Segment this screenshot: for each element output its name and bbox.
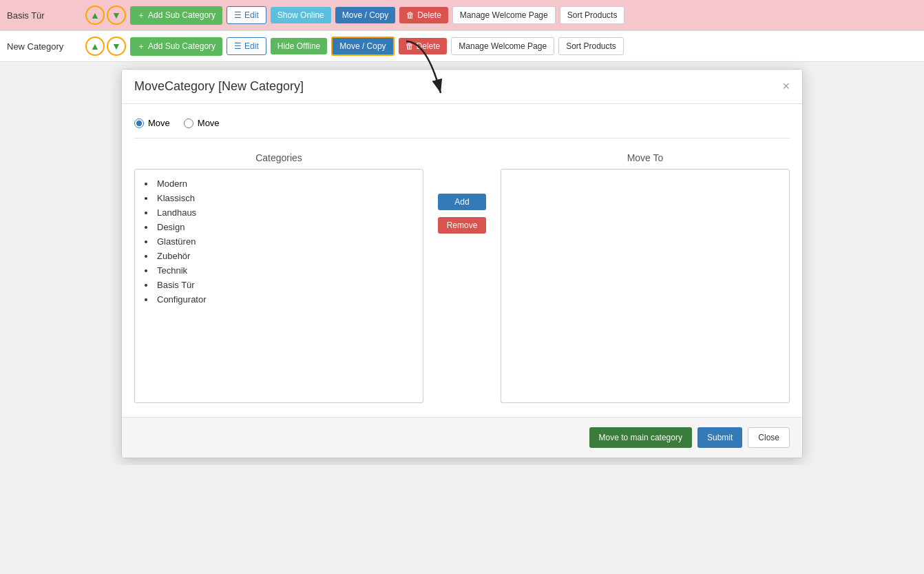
radio-group: Move Move	[134, 118, 790, 139]
modal-title: MoveCategory [New Category]	[134, 79, 304, 94]
categories-header: Categories	[134, 152, 423, 163]
edit-icon: ☰	[234, 10, 242, 20]
row1-delete-button[interactable]: 🗑 Delete	[399, 7, 448, 23]
row1-add-sub-button[interactable]: ＋ Add Sub Category	[130, 6, 222, 25]
trash-icon: 🗑	[406, 10, 414, 20]
list-item[interactable]: Technik	[145, 263, 413, 278]
up-icon: ▲	[90, 10, 100, 21]
row2-move-copy-button[interactable]: Move / Copy	[331, 37, 394, 56]
modal-header: MoveCategory [New Category] ×	[122, 70, 802, 104]
row2-edit-button[interactable]: ☰ Edit	[227, 37, 266, 55]
list-item[interactable]: Modern	[145, 176, 413, 191]
list-item[interactable]: Design	[145, 220, 413, 234]
list-item[interactable]: Klassisch	[145, 191, 413, 205]
radio-move-input[interactable]	[134, 119, 144, 128]
plus-icon: ＋	[137, 41, 145, 52]
list-item[interactable]: Basis Tür	[145, 278, 413, 292]
row2-toolbar: New Category ▲ ▼ ＋ Add Sub Category ☰ Ed…	[0, 31, 924, 62]
plus-icon: ＋	[137, 10, 145, 21]
remove-button[interactable]: Remove	[438, 217, 486, 234]
categories-list[interactable]: ModernKlassischLandhausDesignGlastürenZu…	[134, 169, 423, 403]
move-main-category-button[interactable]: Move to main category	[589, 427, 692, 448]
move-to-header: Move To	[501, 152, 790, 163]
row1-edit-button[interactable]: ☰ Edit	[227, 6, 266, 24]
row2-arrows: ▲ ▼	[85, 37, 126, 56]
move-to-column: Move To	[501, 152, 790, 403]
list-item[interactable]: Landhaus	[145, 205, 413, 220]
row2-delete-button[interactable]: 🗑 Delete	[399, 38, 448, 54]
row1-move-copy-button[interactable]: Move / Copy	[335, 7, 395, 23]
row2-add-sub-button[interactable]: ＋ Add Sub Category	[130, 37, 222, 56]
list-item[interactable]: Glastüren	[145, 234, 413, 249]
move-to-box[interactable]	[501, 169, 790, 403]
radio-copy-option[interactable]: Move	[184, 118, 220, 128]
submit-button[interactable]: Submit	[697, 427, 742, 448]
move-category-modal: MoveCategory [New Category] × Move Move …	[121, 69, 803, 458]
categories-column: Categories ModernKlassischLandhausDesign…	[134, 152, 423, 403]
row1-arrows: ▲ ▼	[85, 6, 126, 25]
row1-show-online-button[interactable]: Show Online	[271, 7, 331, 23]
trash-icon: 🗑	[406, 41, 414, 51]
row1-toolbar: Basis Tür ▲ ▼ ＋ Add Sub Category ☰ Edit …	[0, 0, 924, 31]
down-icon: ▼	[112, 41, 121, 52]
modal-footer: Move to main category Submit Close	[122, 417, 802, 458]
row2-label: New Category	[7, 41, 76, 52]
actions-column: Add Remove	[434, 152, 490, 234]
radio-move-label: Move	[148, 118, 170, 128]
list-item[interactable]: Zubehör	[145, 249, 413, 263]
row2-hide-offline-button[interactable]: Hide Offline	[271, 38, 327, 54]
radio-move-option[interactable]: Move	[134, 118, 170, 128]
radio-copy-label: Move	[198, 118, 220, 128]
close-button[interactable]: Close	[748, 427, 790, 448]
up-icon: ▲	[90, 41, 100, 52]
modal-close-button[interactable]: ×	[782, 79, 790, 94]
row2-sort-products-button[interactable]: Sort Products	[558, 37, 624, 55]
edit-icon: ☰	[234, 41, 242, 51]
row1-label: Basis Tür	[7, 10, 76, 21]
modal-body: Move Move Categories ModernKlassischLand…	[122, 104, 802, 417]
row1-up-arrow[interactable]: ▲	[85, 6, 105, 25]
radio-copy-input[interactable]	[184, 119, 193, 128]
row1-sort-products-button[interactable]: Sort Products	[560, 6, 625, 24]
row2-down-arrow[interactable]: ▼	[107, 37, 126, 56]
row2-up-arrow[interactable]: ▲	[85, 37, 105, 56]
down-icon: ▼	[112, 10, 121, 21]
row1-down-arrow[interactable]: ▼	[107, 6, 126, 25]
add-button[interactable]: Add	[438, 194, 486, 210]
row2-manage-welcome-button[interactable]: Manage Welcome Page	[451, 37, 554, 55]
row1-manage-welcome-button[interactable]: Manage Welcome Page	[452, 6, 556, 24]
columns-layout: Categories ModernKlassischLandhausDesign…	[134, 152, 790, 403]
list-item[interactable]: Configurator	[145, 292, 413, 307]
